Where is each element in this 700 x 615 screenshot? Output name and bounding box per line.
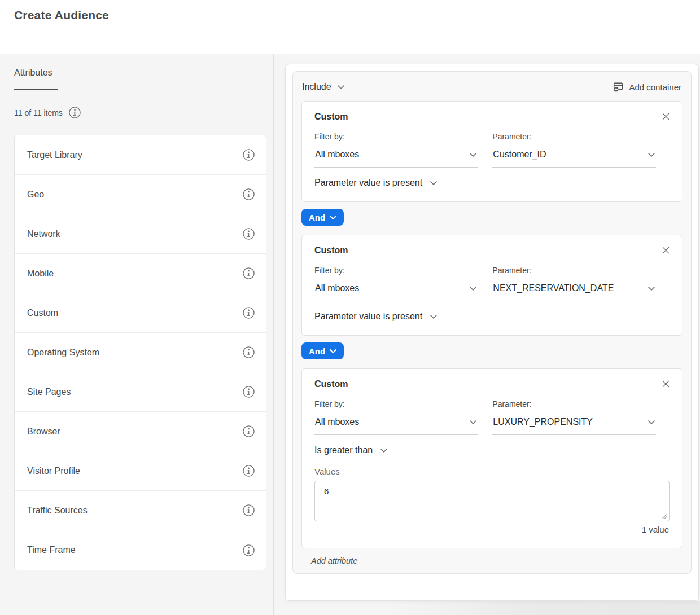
values-label: Values <box>314 467 670 476</box>
add-container-label: Add container <box>629 82 681 92</box>
card-fields: Filter by: All mboxes Parameter: LUXURY_… <box>314 399 670 435</box>
info-icon <box>242 346 255 359</box>
tab-attributes[interactable]: Attributes <box>14 68 53 78</box>
filter-by-field: Filter by: All mboxes <box>314 266 478 301</box>
info-icon <box>242 227 255 240</box>
items-count-row: 11 of 11 items <box>14 106 81 119</box>
sidebar-item-label: Custom <box>27 308 58 318</box>
and-combinator-button[interactable]: And <box>301 342 344 359</box>
and-label: And <box>309 213 325 222</box>
parameter-field: Parameter: NEXT_RESERVATION_DATE <box>492 266 655 301</box>
info-button[interactable] <box>242 227 255 240</box>
sidebar-item-target-library[interactable]: Target Library <box>15 135 266 175</box>
sidebar-item-custom[interactable]: Custom <box>15 293 266 333</box>
sidebar-item-label: Geo <box>27 190 44 200</box>
info-button[interactable] <box>242 544 255 557</box>
and-combinator-button[interactable]: And <box>301 209 344 226</box>
attribute-card-2: Custom Filter by: All mboxes Parame <box>301 235 683 336</box>
card-fields: Filter by: All mboxes Parameter: NEXT_RE… <box>314 266 670 301</box>
value-count: 1 value <box>314 525 670 534</box>
parameter-field: Parameter: LUXURY_PROPENSITY <box>492 399 655 435</box>
info-icon <box>68 106 81 119</box>
sidebar-item-traffic-sources[interactable]: Traffic Sources <box>15 491 266 530</box>
attributes-list: Target Library Geo Network Mobile Custom… <box>14 135 266 570</box>
filter-by-field: Filter by: All mboxes <box>314 132 478 168</box>
info-button[interactable] <box>242 188 255 201</box>
filter-by-label: Filter by: <box>314 266 478 275</box>
sidebar-item-label: Visitor Profile <box>27 466 80 476</box>
parameter-dropdown[interactable]: LUXURY_PROPENSITY <box>492 417 655 435</box>
sidebar-item-network[interactable]: Network <box>15 214 266 254</box>
attribute-card-3: Custom Filter by: All mboxes Parame <box>301 368 683 548</box>
chevron-down-icon <box>330 349 336 353</box>
sidebar-item-site-pages[interactable]: Site Pages <box>15 372 266 412</box>
container-header: Include Add container <box>301 78 683 95</box>
filter-by-value: All mboxes <box>315 283 359 293</box>
operator-value: Is greater than <box>314 445 373 455</box>
parameter-dropdown[interactable]: Customer_ID <box>492 150 655 168</box>
sidebar-item-label: Time Frame <box>27 545 76 555</box>
filter-by-dropdown[interactable]: All mboxes <box>314 417 478 435</box>
card-header: Custom <box>314 245 670 256</box>
parameter-dropdown[interactable]: NEXT_RESERVATION_DATE <box>492 283 655 301</box>
info-button[interactable] <box>242 306 255 319</box>
attributes-pane: Attributes 11 of 11 items Target Library… <box>0 54 274 615</box>
info-icon <box>242 188 255 201</box>
card-title: Custom <box>314 245 348 256</box>
sidebar-item-label: Operating System <box>27 348 99 358</box>
values-textarea[interactable]: 6 <box>314 481 670 521</box>
info-icon <box>242 544 255 557</box>
remove-card-button[interactable] <box>662 112 670 120</box>
info-button[interactable] <box>242 425 255 438</box>
info-icon <box>242 464 255 477</box>
info-icon <box>242 425 255 438</box>
filter-by-field: Filter by: All mboxes <box>314 399 478 435</box>
parameter-field: Parameter: Customer_ID <box>492 132 655 168</box>
chevron-down-icon <box>430 315 437 319</box>
info-button[interactable] <box>242 267 255 280</box>
sidebar-item-operating-system[interactable]: Operating System <box>15 333 266 372</box>
parameter-value: Customer_ID <box>493 150 546 160</box>
info-button[interactable] <box>242 148 255 161</box>
operator-value: Parameter value is present <box>314 178 422 188</box>
tab-attributes-label: Attributes <box>14 68 53 77</box>
operator-dropdown[interactable]: Parameter value is present <box>314 178 437 188</box>
filter-by-dropdown[interactable]: All mboxes <box>314 150 478 168</box>
resize-handle-icon[interactable] <box>661 513 667 519</box>
chevron-down-icon <box>470 420 476 424</box>
info-button[interactable] <box>242 346 255 359</box>
remove-card-button[interactable] <box>662 245 670 254</box>
items-count-text: 11 of 11 items <box>14 108 63 117</box>
filter-by-dropdown[interactable]: All mboxes <box>314 283 478 301</box>
remove-card-button[interactable] <box>662 379 670 388</box>
sidebar-item-visitor-profile[interactable]: Visitor Profile <box>15 451 266 491</box>
page-title: Create Audience <box>14 8 109 22</box>
chevron-down-icon <box>338 85 344 89</box>
card-header: Custom <box>314 112 670 122</box>
operator-dropdown[interactable]: Parameter value is present <box>314 311 437 322</box>
sidebar-item-label: Browser <box>27 427 60 437</box>
add-container-button[interactable]: Add container <box>613 81 681 93</box>
sidebar-item-browser[interactable]: Browser <box>15 412 266 451</box>
parameter-label: Parameter: <box>492 266 655 275</box>
info-button[interactable] <box>242 385 255 398</box>
sidebar-item-label: Mobile <box>27 269 54 279</box>
sidebar-item-label: Target Library <box>27 150 82 160</box>
operator-dropdown[interactable]: Is greater than <box>314 445 387 455</box>
add-container-icon <box>613 81 624 93</box>
info-button[interactable] <box>242 464 255 477</box>
combinator-dropdown[interactable]: Include <box>302 82 344 92</box>
info-icon <box>242 306 255 319</box>
sidebar-item-time-frame[interactable]: Time Frame <box>15 530 266 570</box>
chevron-down-icon <box>648 287 655 291</box>
items-count-info-button[interactable] <box>68 106 81 119</box>
content-area: Attributes 11 of 11 items Target Library… <box>0 54 700 615</box>
sidebar-item-geo[interactable]: Geo <box>15 175 266 214</box>
info-button[interactable] <box>242 504 255 517</box>
chevron-down-icon <box>470 287 476 291</box>
add-attribute-button[interactable]: Add attribute <box>311 556 357 565</box>
sidebar-item-label: Traffic Sources <box>27 506 88 516</box>
info-icon <box>242 385 255 398</box>
sidebar-item-mobile[interactable]: Mobile <box>15 254 266 293</box>
info-icon <box>242 267 255 280</box>
